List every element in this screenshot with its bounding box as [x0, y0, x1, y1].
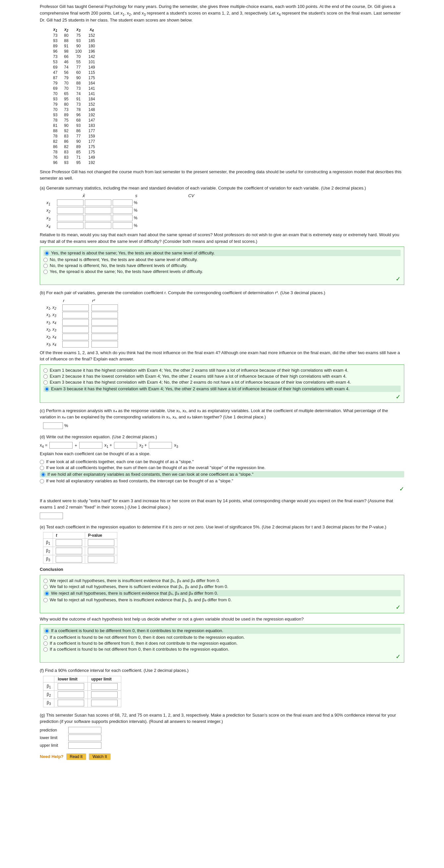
part-d-change-input[interactable] — [40, 513, 63, 519]
coeff-t1-input[interactable] — [56, 539, 82, 546]
x2-s-input[interactable] — [85, 207, 111, 214]
part-b-radio-1[interactable] — [43, 368, 48, 373]
upper-limit-input[interactable] — [68, 742, 101, 749]
table-cell: 89 — [50, 43, 61, 49]
table-cell: 60 — [72, 70, 85, 75]
part-b-option-2[interactable]: Exam 2 because it has the lowest correla… — [43, 374, 401, 379]
x2-cv-input[interactable] — [113, 207, 132, 214]
part-e-why-radio-3[interactable] — [43, 641, 48, 646]
part-e-radio-2[interactable] — [43, 585, 48, 589]
coeff-p2-input[interactable] — [88, 548, 114, 554]
part-d-option-1[interactable]: If we look at all coefficients together,… — [40, 459, 404, 464]
part-d-radio-3[interactable] — [41, 472, 46, 477]
part-d-radio-4[interactable] — [40, 479, 44, 483]
x1-cv-input[interactable] — [113, 199, 132, 206]
part-a-option-1[interactable]: Yes, the spread is about the same; Yes, … — [43, 250, 401, 256]
part-b-option-4[interactable]: Exam 3 because it has the highest correl… — [43, 385, 401, 392]
corr-r-x1x2[interactable] — [62, 305, 89, 311]
read-it-button[interactable]: Read It — [66, 753, 87, 760]
coeff-t3-input[interactable] — [56, 556, 82, 562]
table-row: 768371149 — [50, 155, 98, 160]
part-b-radio-3[interactable] — [43, 380, 48, 385]
part-e-option-4[interactable]: We fail to reject all null hypotheses, t… — [43, 597, 401, 602]
part-e-why-option-1[interactable]: If a coefficient is found to be differen… — [43, 627, 401, 634]
corr-r2-x2x3[interactable] — [91, 326, 118, 333]
reg-b2-input[interactable] — [114, 442, 137, 448]
part-a-radio-1[interactable] — [45, 251, 49, 255]
corr-r2-x1x2[interactable] — [91, 305, 118, 311]
x4-cv-input[interactable] — [113, 222, 132, 229]
part-d-radio-1[interactable] — [40, 460, 44, 464]
part-d-option-2[interactable]: If we look at all coefficients together,… — [40, 465, 404, 470]
part-b-radio-2[interactable] — [43, 374, 48, 379]
part-a-radio-2[interactable] — [43, 258, 48, 262]
reg-b3-input[interactable] — [149, 442, 172, 448]
part-c-pct-input[interactable] — [43, 423, 63, 429]
corr-r-x3x4[interactable] — [62, 341, 89, 347]
corr-r-x2x3[interactable] — [62, 326, 89, 333]
x4-s-input[interactable] — [85, 222, 111, 229]
ci-lower1-input[interactable] — [58, 683, 84, 690]
reg-b1-input[interactable] — [79, 442, 102, 448]
part-e-radio-3[interactable] — [45, 591, 49, 596]
part-a-radio-4[interactable] — [43, 270, 48, 274]
part-a-option-3[interactable]: No, the spread is different; No, the tes… — [43, 263, 401, 268]
part-a-radio-3[interactable] — [43, 264, 48, 268]
x4-mean-input[interactable] — [57, 222, 84, 229]
part-e-why-option-2[interactable]: If a coefficient is found to be not diff… — [43, 635, 401, 640]
part-e-option-3[interactable]: We reject all null hypotheses, there is … — [43, 590, 401, 596]
table-cell: 83 — [61, 149, 71, 155]
part-d-option-3[interactable]: If we hold all other explanatory variabl… — [40, 471, 404, 477]
coeff-beta1-label: β1 — [43, 539, 53, 547]
x3-cv-input[interactable] — [113, 215, 132, 221]
corr-r-x2x4[interactable] — [62, 334, 89, 340]
corr-r-x1x4[interactable] — [62, 319, 89, 326]
x2-mean-input[interactable] — [57, 207, 84, 214]
part-e-why-radio-2[interactable] — [43, 636, 48, 640]
coeff-p1-input[interactable] — [88, 539, 114, 546]
part-e-option-2[interactable]: We fail to reject all null hypotheses, t… — [43, 584, 401, 589]
table-cell: 73 — [72, 102, 85, 107]
x1-mean-input[interactable] — [57, 199, 84, 206]
part-d-option-4[interactable]: If we hold all explanatory variables as … — [40, 478, 404, 483]
coeff-t2-input[interactable] — [56, 548, 82, 554]
watch-it-button[interactable]: Watch It — [89, 753, 111, 760]
part-e-why-option-3[interactable]: If a coefficient is found to be differen… — [43, 641, 401, 646]
ci-upper1-input[interactable] — [91, 683, 118, 690]
part-e-why-option-4[interactable]: If a coefficient is found to be not diff… — [43, 647, 401, 652]
corr-r2-x2x4[interactable] — [91, 334, 118, 340]
ci-lower3-input[interactable] — [58, 700, 84, 706]
part-b-radio-4[interactable] — [45, 387, 49, 391]
col-header-x2: x2 — [61, 27, 71, 33]
lower-limit-input[interactable] — [68, 735, 101, 741]
ci-upper3-input[interactable] — [91, 700, 118, 706]
corr-r-x1x3[interactable] — [62, 312, 89, 318]
part-e-why-radio-1[interactable] — [45, 629, 49, 633]
x3-s-input[interactable] — [85, 215, 111, 221]
table-cell: 149 — [85, 65, 98, 70]
part-e-radio-1[interactable] — [43, 579, 48, 583]
reg-intercept-input[interactable] — [49, 442, 72, 448]
corr-r2-x1x4[interactable] — [91, 319, 118, 326]
corr-r2-x1x3[interactable] — [91, 312, 118, 318]
corr-r2-x3x4[interactable] — [91, 341, 118, 347]
ci-upper2-input[interactable] — [91, 691, 118, 698]
coeff-p3-input[interactable] — [88, 556, 114, 562]
table-cell: 80 — [61, 33, 71, 38]
part-a-option-2[interactable]: No, the spread is different; Yes, the te… — [43, 257, 401, 262]
part-d-radio-2[interactable] — [40, 466, 44, 470]
ci-lower2-input[interactable] — [58, 691, 84, 698]
part-a-option-4[interactable]: Yes, the spread is about the same; No, t… — [43, 269, 401, 274]
x1-s-input[interactable] — [85, 199, 111, 206]
table-cell: 90 — [72, 75, 85, 81]
part-b-option-3[interactable]: Exam 3 because it has the highest correl… — [43, 380, 401, 385]
prediction-input[interactable] — [68, 727, 101, 734]
table-cell: 98 — [61, 49, 71, 54]
part-e-radio-4[interactable] — [43, 598, 48, 602]
x3-mean-input[interactable] — [57, 215, 84, 221]
table-cell: 89 — [61, 112, 71, 118]
part-e-why-radio-4[interactable] — [43, 647, 48, 652]
part-e-option-1[interactable]: We reject all null hypotheses, there is … — [43, 578, 401, 583]
part-b-option-1[interactable]: Exam 1 because it has the highest correl… — [43, 368, 401, 373]
table-cell: 90 — [72, 43, 85, 49]
